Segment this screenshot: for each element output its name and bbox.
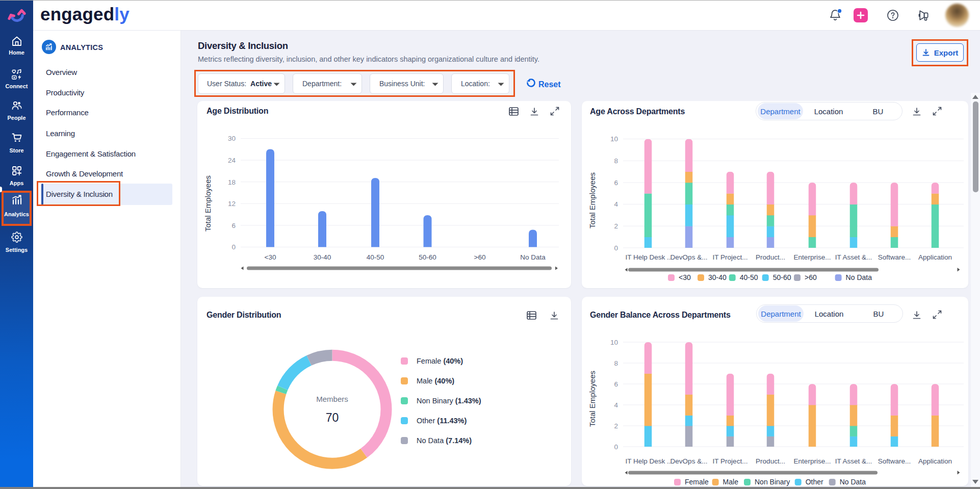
svg-text:30-40: 30-40 — [314, 253, 331, 261]
svg-text:12: 12 — [228, 200, 236, 208]
svg-text:2: 2 — [614, 222, 618, 230]
svg-text:6: 6 — [614, 380, 618, 388]
svg-text:No Data: No Data — [840, 478, 866, 486]
svg-text:Non Binary: Non Binary — [755, 478, 790, 486]
svg-text:4: 4 — [614, 401, 618, 409]
svg-text:6: 6 — [614, 179, 618, 187]
svg-text:30: 30 — [228, 135, 236, 142]
svg-text:IT Asset &...: IT Asset &... — [835, 457, 872, 465]
svg-text:10: 10 — [610, 135, 618, 143]
svg-text:DevOps &...: DevOps &... — [670, 457, 708, 465]
svg-text:Members: Members — [316, 395, 348, 403]
svg-text:0: 0 — [614, 443, 618, 451]
svg-text:Product...: Product... — [756, 253, 785, 261]
svg-text:40-50: 40-50 — [367, 253, 384, 261]
svg-text:40-50: 40-50 — [740, 273, 758, 281]
svg-text:Software...: Software... — [878, 457, 911, 465]
svg-text:No Data: No Data — [846, 273, 872, 281]
svg-text:8: 8 — [614, 157, 618, 165]
svg-text:24: 24 — [228, 157, 236, 164]
svg-text:Enterprise...: Enterprise... — [794, 253, 831, 261]
svg-text:2: 2 — [614, 422, 618, 430]
svg-text:6: 6 — [231, 222, 236, 229]
svg-text:10: 10 — [610, 339, 618, 346]
svg-text:DevOps &...: DevOps &... — [670, 253, 708, 261]
svg-text:Female: Female — [685, 478, 709, 486]
svg-text:50-60: 50-60 — [773, 273, 791, 281]
svg-text:Total Employees: Total Employees — [588, 172, 597, 228]
svg-text:Enterprise...: Enterprise... — [794, 457, 831, 465]
svg-text:IT Asset &...: IT Asset &... — [835, 253, 872, 261]
svg-text:8: 8 — [614, 359, 618, 367]
svg-text:50-60: 50-60 — [419, 253, 436, 261]
svg-text:Male: Male — [723, 478, 739, 486]
svg-text:0: 0 — [614, 244, 618, 252]
svg-text:<30: <30 — [679, 273, 691, 281]
svg-text:IT Project...: IT Project... — [713, 253, 748, 261]
svg-text:Total Employees: Total Employees — [588, 371, 597, 427]
svg-text:Application: Application — [918, 457, 952, 465]
svg-text:18: 18 — [228, 178, 236, 186]
svg-text:70: 70 — [326, 411, 339, 424]
svg-text:0: 0 — [231, 243, 236, 251]
svg-text:>60: >60 — [805, 273, 817, 281]
svg-text:Total Employees: Total Employees — [203, 175, 212, 231]
svg-text:Application: Application — [918, 253, 952, 261]
svg-text:IT Project...: IT Project... — [713, 457, 748, 465]
svg-text:Other: Other — [806, 478, 823, 486]
svg-text:4: 4 — [614, 200, 618, 208]
svg-text:>60: >60 — [474, 253, 486, 261]
svg-text:No Data: No Data — [520, 253, 546, 261]
svg-text:30-40: 30-40 — [708, 273, 727, 281]
svg-text:IT Help Desk ..: IT Help Desk .. — [625, 457, 670, 465]
svg-text:<30: <30 — [265, 253, 276, 261]
svg-text:Product...: Product... — [756, 457, 785, 465]
svg-text:IT Help Desk ..: IT Help Desk .. — [625, 253, 670, 261]
svg-text:Software...: Software... — [878, 253, 911, 261]
